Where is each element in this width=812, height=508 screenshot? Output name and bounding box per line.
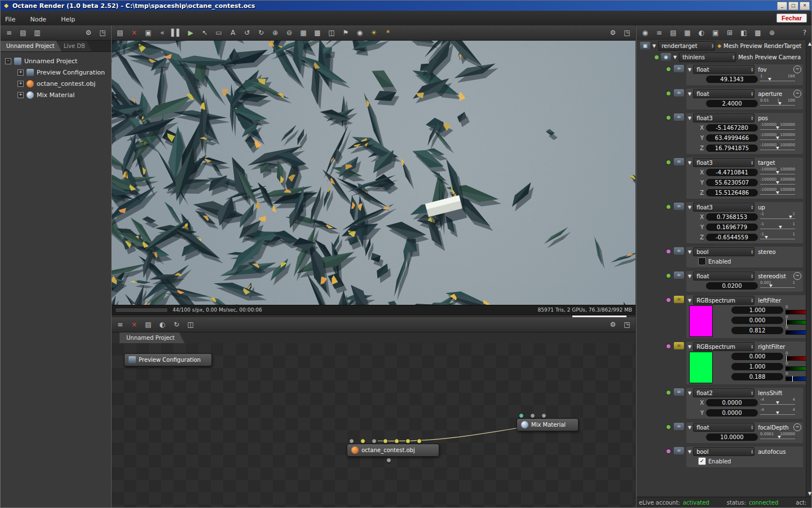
slider-thumb-icon[interactable] <box>776 171 779 174</box>
up-slider-z[interactable]: -11 <box>760 233 795 242</box>
save-preset-icon[interactable]: ▤ <box>668 28 678 38</box>
target-slider-z[interactable]: -100000100000 <box>760 188 795 197</box>
collapse-icon[interactable]: ▼ <box>688 249 691 255</box>
node-input-pin[interactable] <box>405 439 411 444</box>
tree-item[interactable]: +Preview Configuration <box>1 67 111 78</box>
target-value-x[interactable]: -4.4710841 <box>706 169 758 176</box>
tree-item[interactable]: +Mix Material <box>1 89 111 100</box>
spinner-icon[interactable]: ▴▾ <box>749 344 753 349</box>
pos-type-select[interactable]: float3▴▾ <box>693 113 754 122</box>
aperture-value[interactable]: 2.4000 <box>706 100 758 107</box>
expander-icon[interactable]: + <box>17 69 24 76</box>
graph-layout-icon[interactable]: ≡ <box>115 319 125 330</box>
tree-item[interactable]: +octane_contest.obj <box>1 78 111 89</box>
leftFilter-channel-slider-0[interactable]: 01 <box>785 305 806 314</box>
lensShift-slider-x[interactable]: -44 <box>760 398 795 407</box>
link-icon[interactable]: ∞ <box>674 296 684 303</box>
node-input-pin[interactable] <box>394 439 399 444</box>
leftFilter-value-2[interactable]: 0.812 <box>731 327 783 334</box>
up-value-x[interactable]: 0.7368153 <box>706 213 758 221</box>
stereodist-value[interactable]: 0.0200 <box>706 282 758 290</box>
link-icon[interactable]: ∞ <box>674 158 684 165</box>
link-icon[interactable]: ∞ <box>674 203 684 210</box>
leftFilter-type-select[interactable]: RGBspectrum▴▾ <box>693 296 754 305</box>
collapse-icon[interactable]: ▼ <box>688 160 691 165</box>
up-type-select[interactable]: float3▴▾ <box>693 203 754 212</box>
node-input-pin[interactable] <box>372 439 377 444</box>
spinner-icon[interactable]: ▴▾ <box>730 55 734 59</box>
rightFilter-channel-slider-2[interactable]: 01 <box>785 372 806 381</box>
spinner-icon[interactable]: ▴▾ <box>749 425 753 430</box>
focalDepth-value[interactable]: 10.0000 <box>706 433 758 441</box>
zoom-out-icon[interactable]: ⊖ <box>284 28 294 38</box>
link-icon[interactable]: ∞ <box>674 89 684 97</box>
spinner-icon[interactable]: ▴▾ <box>749 91 753 96</box>
daylight-icon[interactable]: ☀ <box>369 28 379 38</box>
menu-file[interactable]: File <box>5 16 15 23</box>
pos-slider-z[interactable]: -100000100000 <box>760 143 795 152</box>
pin-material-icon[interactable]: ⚑ <box>341 28 351 38</box>
node-input-pin[interactable] <box>519 413 524 418</box>
up-value-z[interactable]: -0.6544559 <box>706 234 758 241</box>
node-input-pin[interactable] <box>541 413 546 418</box>
spinner-icon[interactable]: ▴▾ <box>749 249 753 254</box>
stereodist-slider[interactable]: 0.0011 <box>760 281 795 290</box>
menu-node[interactable]: Node <box>30 16 46 23</box>
split-icon[interactable]: ◧ <box>739 28 749 38</box>
spinner-icon[interactable]: ▴▾ <box>749 116 753 120</box>
close-button[interactable]: × <box>800 2 810 10</box>
pos-value-x[interactable]: -5.1467280 <box>706 124 758 132</box>
slider-thumb-icon[interactable] <box>786 356 787 361</box>
paste-node-icon[interactable]: ▥ <box>32 28 42 38</box>
collapse-icon[interactable]: ▼ <box>688 344 691 349</box>
expander-icon[interactable]: - <box>5 58 11 64</box>
scroll-down-icon[interactable]: ▼ <box>806 491 812 496</box>
target-slider-x[interactable]: -100000100000 <box>760 168 795 177</box>
scroll-up-icon[interactable]: ▲ <box>806 41 812 46</box>
material-ball-icon[interactable]: ◐ <box>696 28 707 38</box>
graph-tab[interactable]: Unnamed Project <box>120 332 185 344</box>
slider-thumb-icon[interactable] <box>789 216 792 218</box>
slider-thumb-icon[interactable] <box>786 319 787 325</box>
stereodist-type-select[interactable]: float▴▾ <box>693 271 754 281</box>
help-icon[interactable]: ? <box>800 28 810 38</box>
render-image[interactable] <box>112 41 636 305</box>
collapse-icon[interactable]: ▼ <box>652 43 656 49</box>
background-checker-icon[interactable]: ▩ <box>312 28 323 38</box>
spinner-icon[interactable]: ▴▾ <box>749 67 753 72</box>
graph-group-icon[interactable]: ◫ <box>186 319 196 330</box>
animation-curve-icon[interactable]: ~ <box>793 90 801 98</box>
expand-graph-icon[interactable]: ◳ <box>622 319 632 330</box>
rotate-cw-icon[interactable]: ↻ <box>256 28 266 38</box>
stop-render-icon[interactable]: × <box>129 28 139 38</box>
link-icon[interactable]: ∞ <box>674 388 684 396</box>
collapse-icon[interactable]: ▼ <box>688 449 691 454</box>
spinner-icon[interactable]: ▴▾ <box>749 391 753 395</box>
spinner-icon[interactable]: ▴▾ <box>709 43 713 48</box>
rightFilter-value-0[interactable]: 0.000 <box>731 353 783 360</box>
target-type-select[interactable]: float3▴▾ <box>693 158 754 167</box>
link-icon[interactable]: ∞ <box>674 247 684 255</box>
leftFilter-channel-slider-2[interactable]: 01 <box>785 326 806 335</box>
fov-value[interactable]: 49.1343 <box>706 76 758 83</box>
spinner-icon[interactable]: ▴▾ <box>749 298 753 303</box>
spinner-icon[interactable]: ▴▾ <box>749 274 753 278</box>
slider-thumb-icon[interactable] <box>776 126 779 129</box>
animation-curve-icon[interactable]: ~ <box>793 65 801 73</box>
slider-thumb-icon[interactable] <box>776 181 779 184</box>
leftFilter-color-swatch[interactable] <box>689 305 713 337</box>
minimize-button[interactable]: _ <box>777 2 787 10</box>
fechar-button[interactable]: Fechar <box>776 14 807 23</box>
camera-type-select[interactable]: thinlens ▴▾ <box>679 52 736 62</box>
aperture-slider[interactable]: 0.011100 <box>760 99 795 108</box>
inspector-scrollbar[interactable]: ▲ ▼ <box>806 40 812 497</box>
pos-slider-x[interactable]: -100000100000 <box>760 123 795 132</box>
add-node-icon[interactable]: ⊞ <box>725 28 735 38</box>
expand-panel-icon[interactable]: ◳ <box>98 28 108 38</box>
pattern-icon[interactable]: ▩ <box>753 28 763 38</box>
collapse-icon[interactable]: ▼ <box>688 391 691 396</box>
collapse-icon[interactable]: ▼ <box>688 425 691 430</box>
tab-unnamed-project[interactable]: Unnamed Project <box>1 41 61 51</box>
expander-icon[interactable]: + <box>17 92 24 98</box>
rightFilter-value-1[interactable]: 1.000 <box>731 363 783 370</box>
